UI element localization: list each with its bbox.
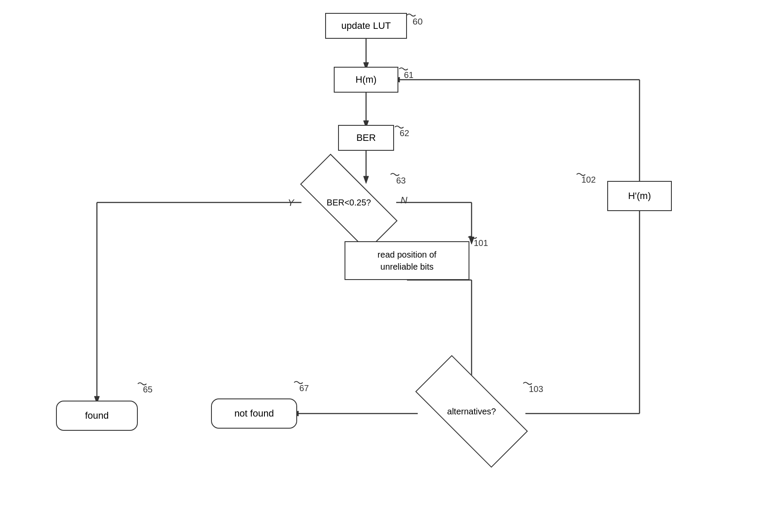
ber-diamond: BER<0.25? [301,181,396,224]
ber-diamond-label: BER<0.25? [327,198,371,208]
found-label: found [85,410,109,421]
hprime-label: H'(m) [628,190,651,202]
alternatives-label: alternatives? [447,407,496,417]
ber-box: BER [338,125,394,151]
read-pos-label: read position of unreliable bits [378,249,437,273]
y-label: Y [288,197,294,208]
update-lut-label: update LUT [342,20,391,31]
hm-box: H(m) [334,67,398,93]
not-found-box: not found [211,398,297,429]
hprime-box: H'(m) [607,181,672,211]
alternatives-diamond: alternatives? [418,386,525,437]
read-pos-box: read position of unreliable bits [345,241,469,280]
ber-label: BER [356,132,376,143]
not-found-label: not found [234,408,274,419]
found-box: found [56,401,138,431]
hm-label: H(m) [356,74,377,85]
n-label: N [401,195,407,206]
update-lut-box: update LUT [325,13,407,39]
